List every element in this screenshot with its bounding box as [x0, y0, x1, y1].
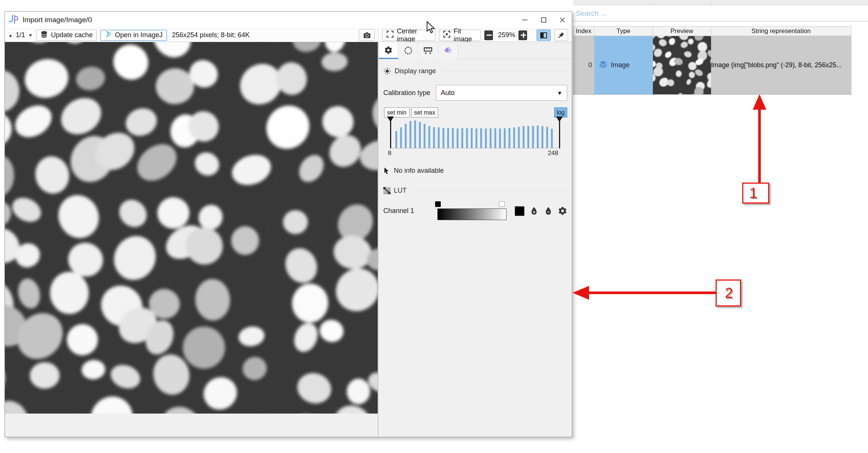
minimize-icon [521, 17, 528, 23]
search-input[interactable] [573, 6, 868, 21]
black-swatch[interactable] [515, 206, 524, 216]
annotation-box-2: 2 [716, 279, 741, 307]
cell-type[interactable]: Image [594, 36, 653, 95]
cell-index[interactable]: 0 [573, 36, 594, 95]
settings-panel-body: Display range Calibration type Auto ▼ se… [378, 59, 572, 437]
fit-image-label: Fit image [454, 27, 477, 43]
lut-gradient-bar[interactable] [437, 208, 506, 220]
tab-settings[interactable] [378, 42, 398, 59]
lut-tools [515, 206, 567, 216]
range-min-handle[interactable] [387, 116, 394, 148]
row-string-representation: Image (img["blobs.png" (-29), 8-bit, 256… [711, 61, 842, 69]
sidebar-toggle-button[interactable] [536, 29, 550, 41]
chevron-down-icon[interactable]: ▼ [28, 33, 33, 38]
chevron-down-icon: ▼ [557, 90, 562, 96]
range-max-handle[interactable] [556, 116, 563, 148]
histogram-baseline [392, 148, 558, 148]
display-range-title: Display range [395, 67, 436, 75]
results-top-strip [573, 0, 868, 5]
open-in-imagej-label: Open in ImageJ [115, 31, 163, 39]
zoom-out-button[interactable] [484, 30, 493, 40]
maximize-button[interactable] [534, 12, 553, 28]
screen: Index Type Preview String representation… [0, 0, 868, 453]
fit-image-button[interactable]: Fit image [439, 30, 481, 41]
arrow-1-head [753, 94, 766, 110]
center-image-button[interactable]: Center image [382, 30, 436, 41]
imagej-icon [105, 31, 112, 40]
calibration-type-select[interactable]: Auto ▼ [436, 85, 567, 101]
zoom-in-button[interactable] [518, 30, 527, 40]
database-icon [40, 30, 48, 40]
lut-black-marker[interactable] [435, 201, 441, 207]
cell-preview[interactable] [653, 36, 711, 95]
log-button[interactable]: log [554, 107, 567, 118]
display-range-widget: set min set max log 8 248 [383, 107, 567, 158]
close-icon [559, 17, 566, 23]
minus-icon [487, 35, 492, 36]
col-header-type[interactable]: Type [594, 26, 653, 36]
blobs-image [5, 42, 378, 414]
tab-roi[interactable] [398, 42, 418, 59]
row-type-label: Image [611, 61, 630, 69]
histogram-min-label: 8 [388, 149, 391, 157]
lut-gradient-icon [383, 187, 390, 194]
settings-gear-icon [384, 46, 393, 54]
set-max-button[interactable]: set max [411, 107, 438, 118]
annotation-box-1: 1 [742, 183, 769, 204]
screenshot-button[interactable] [359, 29, 375, 41]
window-title: Import image/Image/0 [23, 16, 92, 24]
tab-annotations[interactable] [438, 42, 458, 59]
image-stack-icon [599, 60, 607, 70]
calibration-row: Calibration type Auto ▼ [383, 85, 567, 101]
lut-header: LUT [383, 187, 567, 195]
toolbar: ▲ 1/1 ▼ Update cache [5, 28, 572, 42]
lut-title: LUT [394, 187, 407, 195]
brightness-icon [383, 67, 391, 75]
no-info-text: No info available [394, 167, 444, 175]
strip-divider [711, 0, 711, 5]
col-header-string[interactable]: String representation [711, 26, 851, 36]
image-viewport[interactable] [5, 42, 378, 437]
strip-divider [653, 0, 653, 5]
arrow-1-line [758, 107, 761, 183]
arrow-2-head [573, 286, 589, 300]
display-range-header: Display range [383, 67, 567, 75]
image-info-text: 256x254 pixels; 8-bit; 64K [172, 31, 250, 39]
row-index: 0 [588, 61, 592, 69]
channel-label: Channel 1 [383, 207, 417, 215]
pin-button[interactable] [554, 29, 568, 41]
pager-value: 1/1 [16, 31, 25, 39]
channel-row: Channel 1 [383, 201, 567, 220]
set-min-button[interactable]: set min [384, 107, 410, 118]
open-in-imagej-button[interactable]: Open in ImageJ [100, 30, 167, 41]
tab-calibration[interactable] [418, 42, 438, 59]
calibration-ruler-icon [423, 46, 432, 55]
pixel-info-row: No info available [383, 167, 567, 175]
slice-pager: ▲ 1/1 ▼ [8, 31, 33, 39]
calibration-type-label: Calibration type [383, 89, 436, 97]
histogram-max-label: 248 [548, 149, 558, 157]
cell-string-representation[interactable]: Image (img["blobs.png" (-29), 8-bit, 256… [711, 36, 851, 95]
annotations-tags-icon [443, 46, 452, 55]
lut-editor[interactable] [435, 201, 508, 220]
droplet-minus-icon[interactable] [544, 206, 553, 216]
titlebar[interactable]: Import image/Image/0 [5, 12, 572, 28]
droplet-plus-icon[interactable] [529, 206, 539, 216]
arrow-2-line [588, 291, 716, 294]
roi-dotted-circle-icon [404, 47, 412, 54]
col-header-preview[interactable]: Preview [653, 26, 711, 36]
calibration-type-value: Auto [441, 89, 455, 97]
col-header-index[interactable]: Index [573, 26, 594, 36]
lut-white-marker[interactable] [499, 201, 505, 207]
sidebar-toggle-icon [540, 32, 547, 39]
zoom-level: 259% [498, 31, 515, 39]
chevron-up-icon[interactable]: ▲ [8, 33, 13, 38]
update-cache-button[interactable]: Update cache [36, 30, 97, 41]
import-image-window: Import image/Image/0 ▲ 1/1 ▼ [5, 11, 572, 437]
center-brackets-icon [386, 30, 394, 40]
minimize-button[interactable] [515, 12, 534, 28]
gear-icon[interactable] [558, 206, 567, 216]
toolbar-right: Center image Fit image 259% [378, 29, 572, 42]
panel-tabs [378, 42, 572, 59]
close-button[interactable] [553, 12, 572, 28]
